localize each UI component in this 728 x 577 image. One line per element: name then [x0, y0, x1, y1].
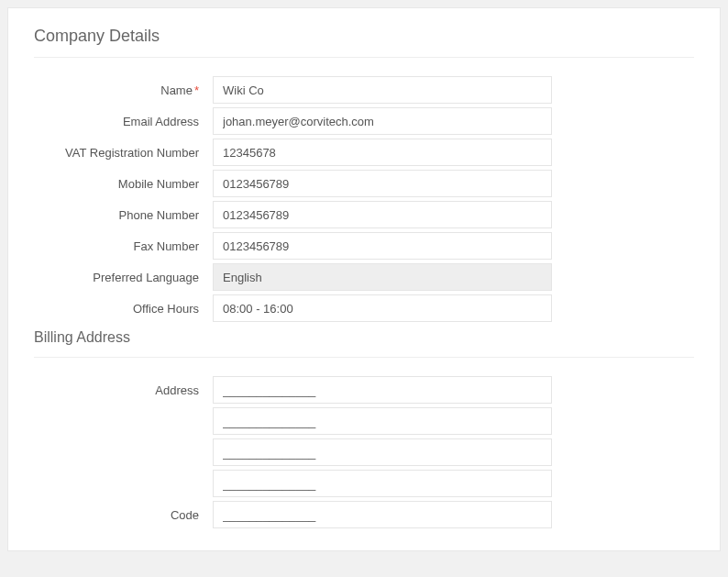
email-input[interactable]	[213, 107, 552, 135]
row-address-2	[34, 407, 694, 435]
label-language: Preferred Language	[34, 264, 213, 291]
address-line4-input[interactable]	[213, 470, 552, 497]
row-hours: Office Hours	[34, 294, 694, 322]
label-address-blank2	[34, 415, 213, 427]
row-address-1: Address	[34, 376, 694, 404]
mobile-input[interactable]	[213, 170, 552, 197]
phone-input[interactable]	[213, 201, 552, 228]
label-address: Address	[34, 377, 213, 404]
label-hours: Office Hours	[34, 295, 213, 322]
label-address-blank3	[34, 446, 213, 459]
row-vat: VAT Registration Number	[34, 139, 694, 166]
hours-input[interactable]	[213, 294, 552, 322]
label-email: Email Address	[34, 108, 213, 135]
fax-input[interactable]	[213, 232, 552, 260]
label-address-blank4	[34, 477, 213, 490]
label-code: Code	[34, 502, 213, 528]
label-vat: VAT Registration Number	[34, 139, 213, 166]
language-input	[213, 263, 552, 291]
address-line3-input[interactable]	[213, 438, 552, 466]
row-mobile: Mobile Number	[34, 170, 694, 197]
required-asterisk: *	[194, 83, 199, 97]
code-input[interactable]	[213, 501, 552, 528]
label-name: Name*	[34, 77, 213, 104]
row-address-3	[34, 438, 694, 466]
row-phone: Phone Number	[34, 201, 694, 228]
row-name: Name*	[34, 76, 694, 104]
company-details-panel: Company Details Name* Email Address VAT …	[7, 7, 721, 551]
label-mobile: Mobile Number	[34, 171, 213, 197]
section-title-company: Company Details	[34, 27, 694, 58]
row-email: Email Address	[34, 107, 694, 135]
vat-input[interactable]	[213, 139, 552, 166]
row-address-4	[34, 470, 694, 497]
row-code: Code	[34, 501, 694, 528]
section-title-billing: Billing Address	[34, 329, 694, 358]
label-phone: Phone Number	[34, 202, 213, 228]
row-language: Preferred Language	[34, 263, 694, 291]
row-fax: Fax Number	[34, 232, 694, 260]
name-input[interactable]	[213, 76, 552, 104]
address-line1-input[interactable]	[213, 376, 552, 404]
label-fax: Fax Number	[34, 233, 213, 260]
address-line2-input[interactable]	[213, 407, 552, 435]
